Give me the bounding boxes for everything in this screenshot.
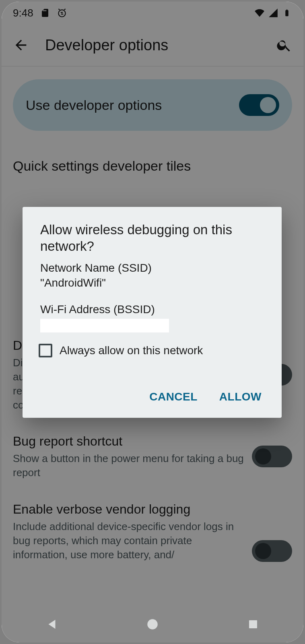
- checkbox-label: Always allow on this network: [60, 344, 203, 357]
- allow-button[interactable]: ALLOW: [217, 386, 264, 408]
- checkbox-icon: [39, 344, 52, 357]
- nav-home-button[interactable]: [144, 616, 161, 632]
- svg-point-0: [147, 619, 158, 630]
- navigation-bar: [2, 606, 303, 642]
- wireless-debugging-dialog: Allow wireless debugging on this network…: [23, 207, 282, 418]
- nav-recents-button[interactable]: [245, 616, 261, 632]
- bssid-label: Wi-Fi Address (BSSID): [40, 302, 264, 317]
- bssid-value-redacted: [40, 319, 169, 332]
- ssid-label: Network Name (SSID): [40, 260, 264, 276]
- svg-rect-1: [249, 620, 257, 628]
- dialog-title: Allow wireless debugging on this network…: [40, 221, 264, 255]
- cancel-button[interactable]: CANCEL: [147, 386, 200, 408]
- always-allow-checkbox[interactable]: Always allow on this network: [40, 344, 264, 357]
- ssid-value: "AndroidWifi": [40, 275, 264, 291]
- nav-back-button[interactable]: [44, 616, 60, 632]
